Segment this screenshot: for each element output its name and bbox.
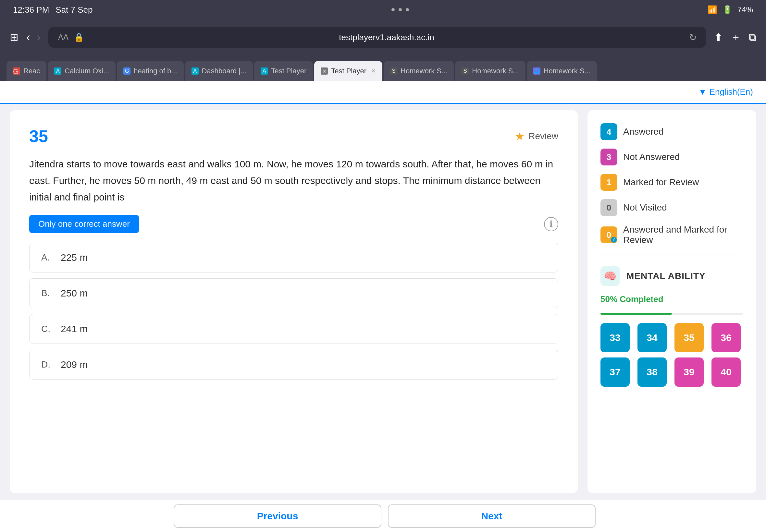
divider <box>601 256 743 256</box>
question-header: 35 ★ Review <box>29 127 558 146</box>
legend-badge-not-visited: 0 <box>601 199 617 216</box>
tab-label-heating: heating of b... <box>134 67 177 75</box>
tab-label-testplayer2: Test Player <box>331 67 366 75</box>
previous-button[interactable]: Previous <box>174 504 381 528</box>
tab-testplayer1[interactable]: A Test Player <box>254 61 313 81</box>
language-selector[interactable]: ▼ English(En) <box>699 87 753 97</box>
tab-homework2[interactable]: S Homework S... <box>455 61 525 81</box>
legend-marked-label: Marked for Review <box>623 177 699 187</box>
legend-not-answered-label: Not Answered <box>623 152 680 162</box>
legend-badge-marked: 1 <box>601 174 617 191</box>
address-bar[interactable]: AA 🔒 testplayerv1.aakash.ac.in ↻ <box>48 27 706 48</box>
legend-not-answered: 3 Not Answered <box>601 149 743 165</box>
section-title: MENTAL ABILITY <box>626 271 706 281</box>
tab-homework3[interactable]: 🌐 Homework S... <box>527 61 597 81</box>
legend-answered-label: Answered <box>623 127 664 137</box>
time: 12:36 PM <box>13 5 49 15</box>
option-d-value: 209 m <box>61 359 88 370</box>
star-icon: ★ <box>515 130 525 143</box>
tab-heating[interactable]: G heating of b... <box>117 61 183 81</box>
battery-percent: 74% <box>737 5 753 14</box>
refresh-icon[interactable]: ↻ <box>689 32 697 43</box>
q-btn-36[interactable]: 36 <box>711 323 741 352</box>
legend-answered-marked-label: Answered and Marked for Review <box>623 224 743 245</box>
question-text: Jitendra starts to move towards east and… <box>29 156 558 205</box>
forward-icon[interactable]: › <box>37 30 41 44</box>
badge-row: Only one correct answer ℹ <box>29 215 558 233</box>
tab-homework1[interactable]: S Homework S... <box>384 61 454 81</box>
font-size-indicator: AA <box>58 33 68 42</box>
url-text[interactable]: testplayerv1.aakash.ac.in <box>89 32 684 42</box>
add-tab-icon[interactable]: ＋ <box>731 30 741 44</box>
progress-bar-fill <box>601 313 672 315</box>
chevron-down-icon: ▼ <box>699 87 707 97</box>
info-icon[interactable]: ℹ <box>544 217 558 231</box>
tab-favicon-calcium: A <box>54 67 61 75</box>
option-d[interactable]: D. 209 m <box>29 350 558 380</box>
check-overlay: ✓ <box>611 237 617 243</box>
q-btn-40[interactable]: 40 <box>711 357 741 387</box>
legend-badge-not-answered: 3 <box>601 149 617 165</box>
tab-favicon-heating: G <box>123 67 130 75</box>
tabs-icon[interactable]: ⧉ <box>749 31 756 43</box>
main-content: 35 ★ Review Jitendra starts to move towa… <box>0 104 766 500</box>
review-label: Review <box>529 131 558 141</box>
tab-label-homework1: Homework S... <box>401 67 447 75</box>
tab-favicon-homework1: S <box>390 67 397 75</box>
option-a[interactable]: A. 225 m <box>29 243 558 272</box>
question-number: 35 <box>29 127 48 146</box>
q-btn-35[interactable]: 35 <box>675 323 704 352</box>
tab-close-icon[interactable]: ✕ <box>371 67 376 75</box>
section-header: 🧠 MENTAL ABILITY <box>601 266 743 286</box>
back-icon[interactable]: ‹ <box>26 30 30 44</box>
legend-badge-answered: 4 <box>601 123 617 140</box>
legend-badge-answered-marked: 0 ✓ <box>601 226 617 243</box>
legend-answered: 4 Answered <box>601 123 743 140</box>
option-b[interactable]: B. 250 m <box>29 278 558 308</box>
share-icon[interactable]: ⬆ <box>714 31 723 43</box>
browser-bar: ⊞ ‹ › AA 🔒 testplayerv1.aakash.ac.in ↻ ⬆… <box>0 19 766 55</box>
language-label: English(En) <box>710 87 753 97</box>
q-btn-34[interactable]: 34 <box>638 323 667 352</box>
legend-not-visited: 0 Not Visited <box>601 199 743 216</box>
q-btn-33[interactable]: 33 <box>601 323 630 352</box>
tab-favicon-dashboard: A <box>191 67 199 75</box>
section-icon: 🧠 <box>601 266 620 286</box>
tab-label-reac: Reac <box>23 67 40 75</box>
wifi-icon: 📶 <box>708 5 717 14</box>
options-list: A. 225 m B. 250 m C. 241 m D. 209 m <box>29 243 558 380</box>
question-grid: 33 34 35 36 37 38 39 40 <box>601 323 743 387</box>
date: Sat 7 Sep <box>55 5 92 15</box>
status-bar: 12:36 PM Sat 7 Sep 📶 🔋 74% <box>0 0 766 19</box>
option-a-value: 225 m <box>61 252 88 263</box>
tab-testplayer2[interactable]: ✕ Test Player ✕ <box>314 61 382 81</box>
lock-icon: 🔒 <box>74 32 84 42</box>
tabs-bar: G Reac A Calcium Oxi... G heating of b..… <box>0 55 766 81</box>
tab-label-dashboard: Dashboard |... <box>202 67 247 75</box>
tab-label-homework2: Homework S... <box>472 67 519 75</box>
question-panel: 35 ★ Review Jitendra starts to move towa… <box>10 110 578 493</box>
language-bar: ▼ English(En) <box>0 81 766 104</box>
right-panel: 4 Answered 3 Not Answered 1 Marked for R… <box>588 110 756 493</box>
battery-icon: 🔋 <box>723 5 732 14</box>
review-button[interactable]: ★ Review <box>515 130 558 143</box>
tab-favicon-homework2: S <box>462 67 469 75</box>
legend-answered-marked: 0 ✓ Answered and Marked for Review <box>601 224 743 245</box>
progress-bar-bg <box>601 313 743 315</box>
bottom-nav: Previous Next <box>0 500 766 532</box>
q-btn-39[interactable]: 39 <box>675 357 704 387</box>
answer-type-badge: Only one correct answer <box>29 215 139 233</box>
progress-text: 50% Completed <box>601 294 743 304</box>
option-b-value: 250 m <box>61 288 88 299</box>
next-button[interactable]: Next <box>388 504 596 528</box>
option-c[interactable]: C. 241 m <box>29 314 558 344</box>
tab-reac[interactable]: G Reac <box>6 61 46 81</box>
legend-not-visited-label: Not Visited <box>623 202 667 213</box>
q-btn-38[interactable]: 38 <box>638 357 667 387</box>
q-btn-37[interactable]: 37 <box>601 357 630 387</box>
tab-label-calcium: Calcium Oxi... <box>65 67 109 75</box>
sidebar-toggle-icon[interactable]: ⊞ <box>10 31 18 43</box>
tab-dashboard[interactable]: A Dashboard |... <box>185 61 253 81</box>
tab-calcium[interactable]: A Calcium Oxi... <box>48 61 115 81</box>
tab-label-testplayer1: Test Player <box>271 67 306 75</box>
